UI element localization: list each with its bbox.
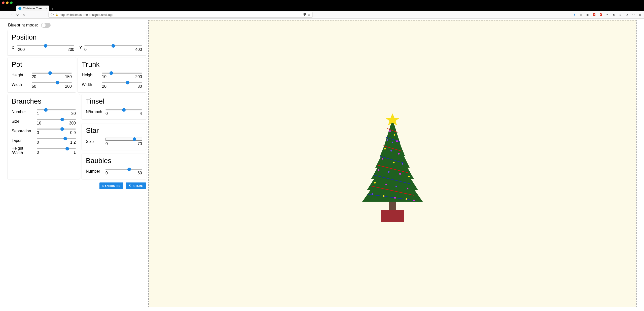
- card-position: Position X -200200 Y 0400: [8, 30, 146, 55]
- pot-height-slider[interactable]: [32, 73, 72, 74]
- nav-toolbar: ← → ↻ ⌂ ⓘ 🔒 https://christmas-tree-desig…: [0, 11, 644, 19]
- sync-icon[interactable]: ◉: [612, 13, 616, 17]
- star-size-max: 70: [137, 142, 142, 146]
- branches-sep-slider[interactable]: [37, 129, 76, 130]
- trunk-width-max: 80: [137, 84, 142, 89]
- svg-point-27: [399, 173, 401, 175]
- url-bar[interactable]: ⓘ 🔒 https://christmas-tree-designer.anvi…: [48, 12, 313, 18]
- pot-height-thumb[interactable]: [48, 71, 52, 75]
- pot-width-slider[interactable]: [32, 82, 72, 83]
- browser-tab[interactable]: Christmas Tree ×: [16, 6, 49, 11]
- svg-point-35: [394, 197, 396, 199]
- position-title: Position: [12, 33, 142, 41]
- account-icon[interactable]: ☺: [618, 13, 622, 17]
- svg-point-18: [396, 140, 398, 142]
- x-thumb[interactable]: [44, 44, 47, 48]
- settings-icon[interactable]: ⚙: [625, 13, 629, 17]
- minimize-window-button[interactable]: [6, 2, 9, 4]
- share-label: SHARE: [133, 184, 143, 188]
- randomise-button[interactable]: RANDOMISE: [99, 182, 124, 189]
- ext-2-icon[interactable]: ●: [599, 13, 603, 17]
- new-tab-button[interactable]: +: [49, 7, 56, 11]
- bookmark-icon[interactable]: ☆: [308, 13, 310, 17]
- blueprint-label: Blueprint mode:: [8, 23, 38, 28]
- trunk-height-thumb[interactable]: [110, 71, 113, 75]
- branches-hw-thumb[interactable]: [65, 147, 69, 150]
- branches-taper-slider[interactable]: [37, 138, 76, 139]
- pot-height-min: 20: [32, 75, 36, 79]
- favicon-icon: [18, 7, 21, 10]
- trunk-width-label: Width: [82, 82, 99, 87]
- blueprint-toggle[interactable]: [41, 23, 51, 28]
- star-size-label: Size: [86, 139, 103, 144]
- x-slider[interactable]: [17, 45, 74, 46]
- close-window-button[interactable]: [2, 2, 5, 4]
- branches-hw-max: 1: [74, 150, 76, 155]
- card-star: Star Size 070: [82, 123, 146, 150]
- back-button[interactable]: ←: [2, 13, 7, 17]
- christmas-tree: [360, 113, 425, 225]
- branches-hw-slider[interactable]: [37, 148, 76, 149]
- maximize-window-button[interactable]: [10, 2, 13, 4]
- tinsel-nbranch-slider[interactable]: [105, 109, 142, 110]
- sidebar-icon[interactable]: ◧: [586, 13, 590, 17]
- svg-point-33: [372, 193, 373, 195]
- branches-size-slider[interactable]: [37, 119, 76, 120]
- svg-point-37: [413, 200, 415, 201]
- pot-width-label: Width: [12, 82, 29, 87]
- trunk-height-label: Height: [82, 73, 99, 77]
- library-icon[interactable]: ▥: [579, 13, 583, 17]
- card-trunk: Trunk Height 10200 Width 2080: [78, 57, 146, 92]
- branches-sep-thumb[interactable]: [60, 127, 64, 131]
- y-thumb[interactable]: [112, 44, 115, 48]
- close-tab-icon[interactable]: ×: [45, 7, 47, 10]
- trunk-height-min: 10: [102, 75, 106, 79]
- branches-number-thumb[interactable]: [44, 108, 48, 112]
- branches-sep-min: 0: [37, 131, 39, 135]
- baubles-number-slider[interactable]: [105, 169, 142, 170]
- star-title: Star: [86, 127, 142, 135]
- home-button[interactable]: ⌂: [22, 13, 26, 17]
- randomise-label: RANDOMISE: [102, 184, 121, 188]
- reload-button[interactable]: ↻: [15, 13, 20, 17]
- svg-point-31: [396, 186, 397, 187]
- info-icon[interactable]: ⓘ: [51, 13, 54, 17]
- toolbar-right: ⬇ ▥ ◧ B ● ✂ ◉ ☺ ⚙ ⬚ ≡: [573, 13, 642, 17]
- baubles-number-label: Number: [86, 169, 103, 174]
- trunk-height-slider[interactable]: [102, 73, 142, 74]
- card-pot: Pot Height 20150 Width 50200: [8, 57, 76, 92]
- x-label: X: [12, 46, 15, 50]
- url-actions-icon[interactable]: ⋯: [299, 13, 302, 17]
- svg-point-16: [387, 139, 388, 141]
- card-branches: Branches Number 120 Size 10300: [8, 94, 80, 179]
- y-slider[interactable]: [84, 45, 142, 46]
- share-button[interactable]: ⇱SHARE: [126, 182, 146, 189]
- downloads-icon[interactable]: ⬇: [573, 13, 577, 17]
- ext-1-icon[interactable]: B: [592, 13, 596, 17]
- pot-width-thumb[interactable]: [56, 81, 59, 84]
- svg-point-22: [382, 158, 383, 160]
- screenshot-icon[interactable]: ✂: [605, 13, 609, 17]
- svg-point-15: [394, 134, 395, 136]
- branches-taper-thumb[interactable]: [63, 137, 67, 140]
- forward-button[interactable]: →: [9, 13, 13, 17]
- shield-icon[interactable]: ⛊: [303, 13, 306, 17]
- branches-taper-label: Taper: [12, 138, 34, 143]
- pot-height-label: Height: [12, 73, 29, 77]
- trunk-width-thumb[interactable]: [126, 81, 129, 84]
- svg-point-28: [408, 176, 410, 177]
- tinsel-nbranch-thumb[interactable]: [122, 108, 126, 112]
- menu-icon[interactable]: ≡: [638, 13, 642, 17]
- star-size-thumb[interactable]: [133, 137, 136, 141]
- star-size-slider[interactable]: [105, 138, 142, 141]
- svg-point-32: [407, 188, 408, 189]
- branches-number-slider[interactable]: [37, 109, 76, 110]
- branches-size-thumb[interactable]: [60, 118, 64, 121]
- ext-3-icon[interactable]: ⬚: [631, 13, 635, 17]
- baubles-number-thumb[interactable]: [127, 168, 131, 171]
- tree-canvas: [149, 20, 636, 307]
- url-text: https://christmas-tree-designer.anvil.ap…: [60, 13, 113, 17]
- baubles-number-max: 60: [137, 171, 142, 175]
- trunk-width-slider[interactable]: [102, 82, 142, 83]
- pot-height-max: 150: [65, 75, 72, 79]
